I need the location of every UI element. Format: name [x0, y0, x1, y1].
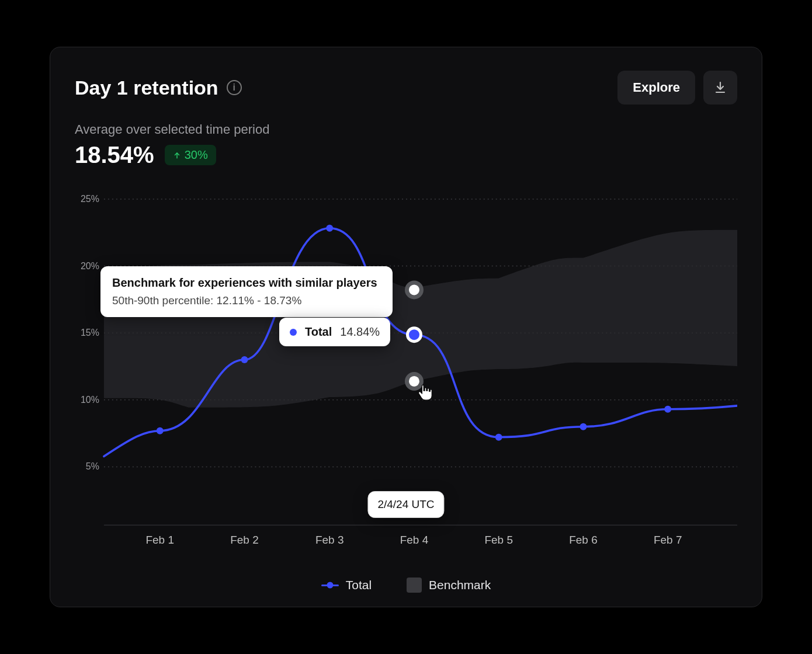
data-point[interactable]: [157, 427, 164, 434]
total-tooltip-value: 14.84%: [340, 323, 380, 340]
x-tick: Feb 3: [315, 534, 343, 546]
legend-benchmark[interactable]: Benchmark: [407, 578, 491, 593]
data-point[interactable]: [579, 423, 587, 430]
x-tick: Feb 6: [569, 534, 597, 546]
card-title: Day 1 retention: [75, 76, 218, 99]
explore-button[interactable]: Explore: [617, 71, 695, 105]
y-tick: 25%: [81, 194, 99, 204]
retention-card: Day 1 retention i Explore Average over s…: [50, 47, 762, 607]
legend-total-swatch: [321, 585, 339, 586]
total-tooltip: Total 14.84%: [279, 318, 390, 346]
download-button[interactable]: [703, 71, 737, 105]
legend-total-label: Total: [346, 578, 372, 592]
metric-row: 18.54% 30%: [75, 142, 737, 168]
y-tick: 10%: [81, 395, 99, 405]
summary-value: 18.54%: [75, 142, 154, 168]
legend-benchmark-label: Benchmark: [429, 578, 491, 592]
delta-value: 30%: [185, 148, 208, 162]
data-point[interactable]: [495, 434, 502, 441]
x-tick: Feb 4: [400, 534, 428, 546]
summary-subtitle: Average over selected time period: [75, 122, 737, 137]
legend: Total Benchmark: [50, 578, 762, 593]
x-tick: Feb 5: [484, 534, 512, 546]
benchmark-upper-marker-inner: [409, 284, 419, 295]
data-point[interactable]: [664, 406, 671, 413]
y-tick: 20%: [81, 261, 99, 271]
legend-benchmark-swatch: [407, 578, 422, 593]
total-tooltip-label: Total: [305, 323, 332, 340]
x-tick: Feb 1: [146, 534, 174, 546]
date-tooltip: 2/4/24 UTC: [367, 491, 444, 518]
benchmark-lower-marker-inner: [409, 376, 419, 387]
benchmark-tooltip-sub: 50th-90th percentile: 12.11% - 18.73%: [112, 293, 381, 309]
delta-badge: 30%: [165, 145, 216, 165]
benchmark-tooltip-title: Benchmark for experiences with similar p…: [112, 274, 381, 291]
card-header: Day 1 retention i Explore: [75, 71, 737, 105]
y-tick: 5%: [86, 461, 99, 471]
total-marker-inner: [409, 329, 419, 340]
legend-total[interactable]: Total: [321, 578, 372, 592]
arrow-up-icon: [173, 151, 181, 159]
x-tick: Feb 2: [230, 534, 258, 546]
data-point[interactable]: [326, 225, 333, 232]
total-tooltip-dot: [290, 329, 297, 336]
data-point[interactable]: [241, 356, 248, 363]
date-tooltip-label: 2/4/24 UTC: [377, 498, 434, 510]
info-icon[interactable]: i: [227, 80, 242, 95]
title-wrap: Day 1 retention i: [75, 76, 242, 99]
benchmark-tooltip: Benchmark for experiences with similar p…: [100, 266, 393, 317]
x-tick: Feb 7: [654, 534, 682, 546]
download-icon: [713, 81, 727, 95]
chart-area[interactable]: 25% 20% 15% 10% 5%: [75, 187, 737, 560]
header-actions: Explore: [617, 71, 737, 105]
y-tick: 15%: [81, 328, 99, 338]
